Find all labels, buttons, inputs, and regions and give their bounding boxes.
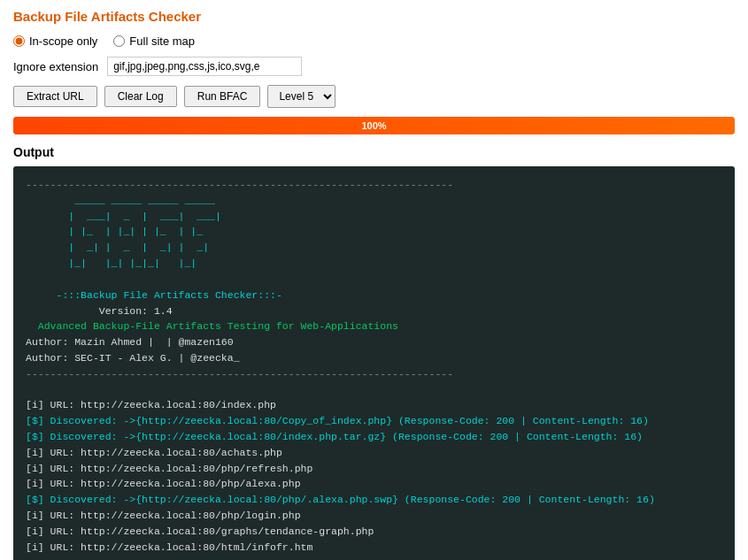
full-site-radio-label[interactable]: Full site map [113,35,195,48]
terminal-output: ----------------------------------------… [13,166,735,560]
level-select[interactable]: Level 1 Level 2 Level 3 Level 4 Level 5 [267,85,335,108]
full-site-radio[interactable] [113,35,125,47]
output-label: Output [13,145,735,159]
in-scope-radio-label[interactable]: In-scope only [13,35,97,48]
extract-url-button[interactable]: Extract URL [13,86,97,107]
clear-log-button[interactable]: Clear Log [104,86,177,107]
ignore-extension-label: Ignore extension [13,60,98,73]
page-title: Backup File Artifacts Checker [13,9,735,24]
buttons-row: Extract URL Clear Log Run BFAC Level 1 L… [13,85,735,108]
progress-bar-container: 100% [13,117,735,134]
run-bfac-button[interactable]: Run BFAC [184,86,261,107]
ignore-extension-input[interactable] [107,57,302,76]
progress-bar-fill [13,117,735,134]
in-scope-label: In-scope only [29,35,97,48]
ignore-extension-row: Ignore extension [13,57,735,76]
options-row: In-scope only Full site map [13,35,735,48]
full-site-label: Full site map [129,35,195,48]
in-scope-radio[interactable] [13,35,25,47]
